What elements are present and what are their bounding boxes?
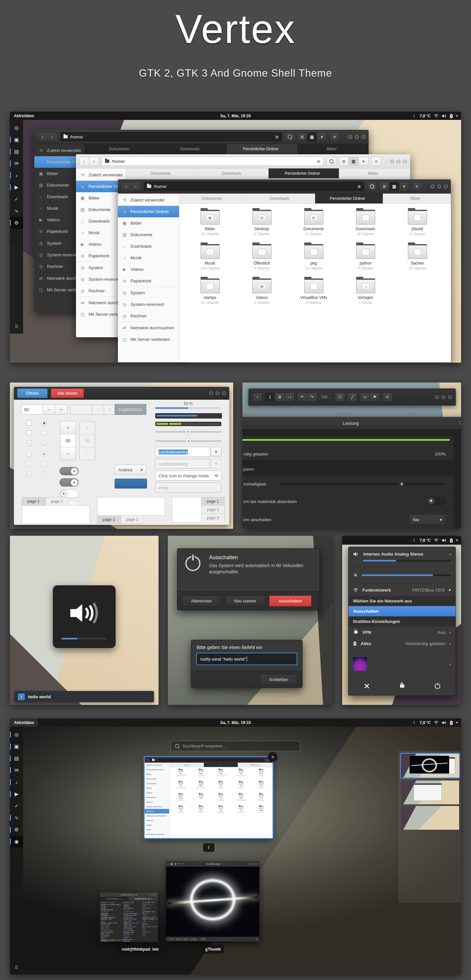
sidebar-item[interactable]: ◎Rechner <box>118 310 179 322</box>
sidebar-item[interactable]: Downloads <box>145 781 169 786</box>
tab[interactable]: Vertex <box>169 763 204 767</box>
file-item[interactable]: var 14 Objekte <box>231 806 251 818</box>
edit-button[interactable]: ╱ <box>347 393 357 402</box>
notebook-tab[interactable]: page 2 <box>45 497 69 505</box>
sidebar-item[interactable]: Icons <box>145 827 169 832</box>
wifi-submenu-item[interactable]: Wählen Sie ein Netzwerk aus <box>348 596 455 606</box>
open-button[interactable]: Öffnen <box>17 388 48 398</box>
color-button[interactable] <box>115 479 147 488</box>
dash-icon[interactable]: ∿ <box>10 205 23 217</box>
search-field[interactable]: Suchbegriff eingeben ... <box>171 741 300 751</box>
fit-button[interactable]: ⊞ <box>275 393 285 402</box>
switch-on[interactable] <box>59 467 79 475</box>
forward-button[interactable]: › <box>131 182 141 191</box>
tab[interactable]: Bilder <box>339 169 410 178</box>
battery-row[interactable]: Akku Vollständig geladen › <box>348 638 455 649</box>
sidebar-item[interactable]: ▤Dokumente <box>118 229 179 240</box>
sidebar-item[interactable]: ⟲Zuletzt verwendet <box>76 169 126 181</box>
radio-selected[interactable] <box>41 420 47 426</box>
window-controls[interactable] <box>427 185 447 188</box>
chevron-down-icon[interactable]: ▾ <box>449 588 451 593</box>
tab[interactable]: Bilder <box>298 144 369 154</box>
sidebar-item[interactable]: ▣Bilder <box>118 217 179 229</box>
slider[interactable] <box>155 431 221 433</box>
rotate-left-button[interactable]: ↶ <box>297 393 307 402</box>
brightness-slider[interactable] <box>362 574 451 576</box>
notebook-tab[interactable]: page 3 <box>202 514 224 522</box>
sidebar-item[interactable]: Mit Server verbinden <box>145 832 169 837</box>
window-preview-gthumb[interactable]: ‹▣⊞↶↷ blackhole.png ⓘ ╱ ▭ ≡ 77/77 · 3424… <box>166 861 259 941</box>
clear-icon[interactable]: ⊗ <box>357 184 361 189</box>
file-item[interactable]: boot 4 Objekte <box>191 769 211 781</box>
menu-button[interactable]: ≡ <box>412 182 422 191</box>
window-controls[interactable] <box>387 159 407 163</box>
volume-slider[interactable] <box>363 560 451 562</box>
vpn-row[interactable]: VPN Aus › <box>348 627 455 638</box>
width-button[interactable]: ‹ › <box>285 393 294 402</box>
path-bar[interactable]: /home/⊗ <box>60 132 282 142</box>
activities-button[interactable]: Aktivitäten <box>10 111 38 120</box>
file-item[interactable]: tmp 4 Objekte <box>191 806 211 818</box>
search-button[interactable] <box>326 157 336 166</box>
file-item[interactable]: mnt 3 Objekte <box>211 781 231 793</box>
tab[interactable]: Persönlicher Ordner <box>315 194 383 204</box>
combo-entry-dropdown[interactable]: ▾ <box>211 447 221 457</box>
file-item[interactable]: run 29 Objekte <box>211 793 231 806</box>
vertical-spinbutton[interactable]: +50− <box>60 421 76 460</box>
sidebar-item[interactable]: Daten <box>145 823 169 827</box>
show-apps-icon[interactable]: ⠿ <box>15 322 18 332</box>
sidebar-item[interactable]: ⌂Persönlicher Ordner <box>118 206 179 217</box>
file-item[interactable]: ◿ Vorlagen 1 Objekt <box>339 277 391 312</box>
clock[interactable]: Sa, 7. Mär, 19:20 <box>10 114 461 118</box>
file-item[interactable]: ▣ Bilder 31 Objekte <box>184 208 236 243</box>
combobox-entry[interactable]: comboboxentry <box>155 447 210 457</box>
wifi-icon[interactable] <box>434 721 439 724</box>
dash-icon[interactable]: ⚙ <box>10 217 23 229</box>
comment-button[interactable]: ▭ <box>360 393 370 402</box>
sidebar-item[interactable]: Dokumente <box>145 776 169 781</box>
command-entry[interactable]: notify-send "hello world" <box>196 653 297 665</box>
back-button[interactable]: ‹ <box>38 132 48 142</box>
file-item[interactable]: sys 11 Objekte <box>171 806 191 818</box>
wifi-icon[interactable] <box>434 538 439 542</box>
dash-icon[interactable]: ∿ <box>10 812 23 824</box>
volume-icon[interactable] <box>442 114 447 118</box>
file-item[interactable]: root <box>191 793 211 806</box>
back-button[interactable]: ‹ <box>252 393 262 402</box>
view-options-button[interactable]: ▾ <box>399 182 409 191</box>
sidebar-item[interactable]: Rechner <box>145 809 169 813</box>
window-controls[interactable] <box>435 395 452 399</box>
file-item[interactable]: proc 218 Objekte <box>171 793 191 806</box>
spinbutton[interactable]: 50−+ <box>21 405 67 415</box>
tab[interactable]: Persönlicher Ordner <box>269 169 339 178</box>
dash-icon[interactable]: ◎ <box>10 729 23 741</box>
sidebar-item[interactable]: Bilder <box>145 772 169 776</box>
file-item[interactable]: net 0 Objekte <box>231 781 251 793</box>
file-item[interactable]: Sachen 25 Objekte <box>391 243 443 277</box>
back-button[interactable]: ‹ <box>79 157 89 166</box>
notebook-tab[interactable]: page 2 <box>121 515 144 524</box>
lock-icon[interactable] <box>400 684 404 688</box>
tab[interactable]: Dokumente <box>179 194 247 204</box>
slider[interactable] <box>155 440 221 442</box>
icon-entry[interactable]: Click icon to change mode⟲ <box>155 471 221 480</box>
info-button[interactable]: ⓘ <box>335 393 345 402</box>
search-button[interactable] <box>285 132 294 142</box>
dash-icon[interactable]: ✓ <box>10 800 23 812</box>
sidebar-item[interactable]: ⟲Zuletzt verwendet <box>118 194 179 206</box>
file-item[interactable]: bin 4.346 Objekte <box>171 769 191 781</box>
wifi-row[interactable]: Funknetzwerk FRITZ!Box 7272 ▾ <box>348 584 455 596</box>
file-item[interactable]: VirtualBox VMs 8 Objekte <box>288 277 339 312</box>
sidebar-item[interactable]: Zuletzt verwendet <box>145 763 169 767</box>
switch-off[interactable] <box>59 490 79 498</box>
dash-icon[interactable]: ✓ <box>10 193 23 205</box>
power-icon[interactable] <box>435 683 440 689</box>
dash-icon[interactable]: ▤ <box>10 146 23 158</box>
restart-button[interactable]: Neu starten <box>225 595 265 606</box>
battery-icon[interactable] <box>450 538 453 542</box>
dash-icon[interactable]: ◉ <box>10 836 23 848</box>
file-item[interactable]: ↓ Downloads 28 Objekte <box>339 208 391 243</box>
wifi-submenu-item[interactable]: Ausschalten <box>348 606 455 616</box>
terminal-tab[interactable]: root@thinkpad: /etc× <box>129 897 158 901</box>
notebook-tab[interactable]: page 1 <box>22 497 45 505</box>
